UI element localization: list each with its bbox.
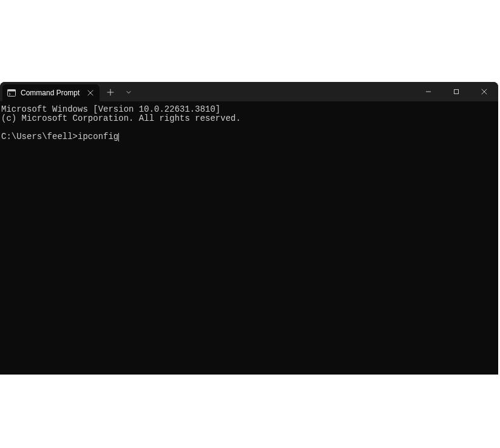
svg-rect-2 — [454, 90, 459, 94]
cursor — [118, 133, 119, 141]
tab-close-button[interactable] — [85, 87, 96, 98]
terminal-line: (c) Microsoft Corporation. All rights re… — [1, 114, 241, 123]
terminal-output[interactable]: Microsoft Windows [Version 10.0.22631.38… — [0, 101, 498, 375]
svg-rect-1 — [8, 90, 16, 92]
terminal-line: Microsoft Windows [Version 10.0.22631.38… — [1, 104, 220, 114]
titlebar[interactable]: Command Prompt — [0, 82, 498, 101]
command-prompt-icon — [7, 89, 16, 97]
maximize-button[interactable] — [442, 82, 470, 101]
minimize-button[interactable] — [414, 82, 442, 101]
tab-dropdown-button[interactable] — [120, 84, 137, 101]
tab-command-prompt[interactable]: Command Prompt — [2, 84, 100, 101]
window-controls — [414, 82, 498, 101]
tab-title: Command Prompt — [21, 89, 80, 97]
titlebar-drag-area[interactable] — [137, 82, 414, 101]
prompt: C:\Users\feell> — [1, 132, 78, 141]
typed-command: ipconfig — [78, 132, 118, 141]
close-button[interactable] — [470, 82, 498, 101]
terminal-window: Command Prompt — [0, 82, 498, 375]
tabbar-actions — [102, 82, 137, 101]
new-tab-button[interactable] — [102, 84, 119, 101]
